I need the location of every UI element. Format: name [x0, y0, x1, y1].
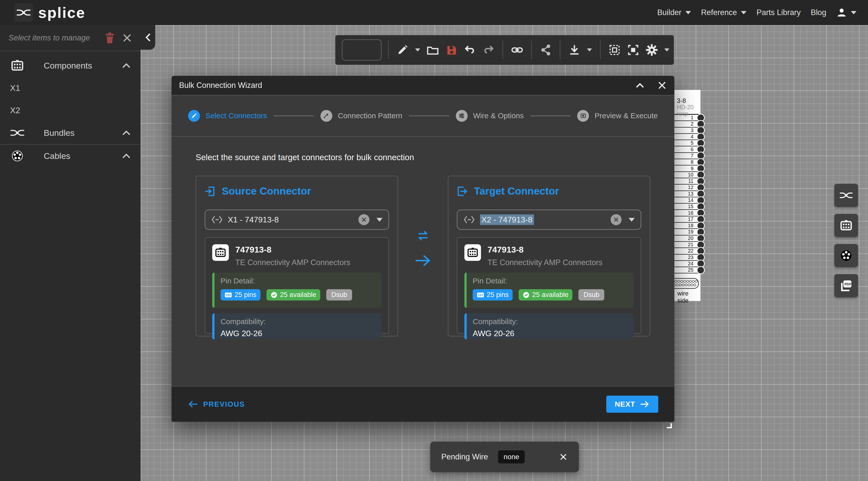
pin-number: 8: [691, 159, 693, 165]
close-sidebar-selection-button[interactable]: [122, 33, 132, 43]
share-icon: [541, 44, 551, 56]
person-icon: [836, 7, 847, 18]
redo-button[interactable]: [481, 39, 496, 61]
sidebar-section-bundles[interactable]: Bundles: [0, 122, 141, 144]
type-label: Dsub: [331, 291, 347, 299]
sidebar-section-components[interactable]: Components: [0, 54, 141, 77]
wizard-stepper: Select Connectors Connection Pattern: [172, 95, 674, 136]
step-preview-execute[interactable]: Preview & Execute: [577, 110, 658, 122]
clear-source-button[interactable]: [359, 214, 369, 225]
edit-tool-button[interactable]: [395, 39, 410, 61]
compatibility-box: Compatibility: AWG 20-26: [464, 313, 634, 340]
chevron-up-icon[interactable]: [122, 153, 131, 159]
next-button[interactable]: NEXT: [606, 396, 658, 413]
pin-row: 19: [674, 229, 701, 235]
clear-target-button[interactable]: [611, 214, 622, 225]
settings-button[interactable]: [644, 39, 659, 61]
type-label: Dsub: [583, 291, 599, 299]
nav-reference[interactable]: Reference: [701, 8, 746, 17]
sidebar-item-x2[interactable]: X2: [0, 99, 141, 122]
source-connector-card: Source Connector X1 - 747913-8: [196, 176, 398, 336]
nav-parts-library[interactable]: Parts Library: [756, 8, 801, 17]
compatibility-box: Compatibility: AWG 20-26: [212, 313, 381, 340]
add-connector-button[interactable]: [834, 214, 858, 237]
target-exit-icon: [457, 186, 468, 197]
edit-tool-caret[interactable]: [415, 49, 420, 52]
nav-blog-label: Blog: [811, 8, 826, 17]
export-pdf-button[interactable]: PDF: [834, 274, 858, 297]
part-number: 747913-8: [488, 245, 602, 255]
pin-row: 10: [674, 172, 701, 178]
redo-icon: [483, 45, 494, 55]
splice-icon: [10, 128, 25, 137]
splice-logo-icon: [17, 8, 31, 17]
direction-indicator-column: [398, 176, 448, 336]
close-toast-button[interactable]: [559, 452, 568, 461]
harness-name-input[interactable]: [342, 39, 381, 61]
download-button[interactable]: [567, 39, 582, 61]
sidebar-section-cables[interactable]: Cables: [0, 145, 141, 167]
pin-row: 21: [674, 242, 701, 248]
chevron-down-icon: [376, 218, 382, 222]
download-caret[interactable]: [587, 49, 592, 52]
item-label: X1: [10, 83, 20, 93]
available-label: 25 available: [280, 291, 316, 299]
pin-dot: [698, 210, 704, 216]
app-root: 3-8 HD-20 recp. 123456789101112131415161…: [0, 0, 868, 481]
pins-count-badge: 123 25 pins: [473, 289, 513, 300]
pending-wire-toast: Pending Wire none: [430, 442, 579, 472]
main-nav: Builder Reference Parts Library Blog: [657, 7, 857, 18]
add-cable-button[interactable]: [834, 244, 858, 267]
pin-detail-label: Pin Detail:: [220, 277, 375, 285]
collapse-modal-button[interactable]: [636, 83, 644, 88]
chevron-up-icon[interactable]: [122, 130, 131, 135]
source-heading: Source Connector: [205, 185, 389, 197]
pin-dot: [698, 115, 704, 121]
nav-blog[interactable]: Blog: [811, 8, 826, 17]
delete-selected-button[interactable]: [105, 32, 115, 43]
pin-row: 20: [674, 235, 701, 242]
selected-text-highlight: X2 - 747913-8: [480, 214, 534, 225]
chevron-up-icon[interactable]: [122, 63, 131, 68]
pin-number: 16: [688, 210, 693, 216]
link-button[interactable]: [509, 39, 525, 61]
sidebar-placeholder-text: Select items to manage: [8, 33, 97, 42]
pin-number: 25: [688, 267, 693, 273]
undo-button[interactable]: [462, 39, 477, 61]
modal-resize-handle[interactable]: [667, 423, 672, 428]
pin-dot: [698, 121, 704, 127]
step-wire-options[interactable]: Wire & Options: [456, 110, 524, 122]
type-badge: Dsub: [326, 289, 352, 300]
pins-count-label: 25 pins: [235, 291, 256, 299]
target-connector-select[interactable]: X2 - 747913-8: [457, 210, 641, 230]
select-region-button[interactable]: [607, 39, 622, 61]
connector-selection-row: Source Connector X1 - 747913-8: [196, 176, 650, 336]
pin-dot: [698, 216, 704, 222]
previous-button[interactable]: PREVIOUS: [188, 400, 245, 409]
pin-number: 3: [691, 128, 693, 133]
swap-connectors-button[interactable]: [416, 230, 430, 242]
pin-detail-label: Pin Detail:: [473, 277, 628, 285]
account-menu[interactable]: [836, 7, 857, 18]
nav-reference-label: Reference: [701, 8, 737, 17]
open-project-button[interactable]: [425, 39, 440, 61]
step-select-connectors[interactable]: Select Connectors: [188, 110, 267, 122]
close-modal-button[interactable]: [657, 81, 667, 90]
modal-titlebar[interactable]: Bulk Connection Wizard: [172, 76, 674, 95]
brand-name[interactable]: splice: [38, 4, 85, 21]
share-button[interactable]: [538, 39, 553, 61]
fit-view-button[interactable]: [626, 39, 641, 61]
add-splice-button[interactable]: [834, 184, 858, 207]
type-badge: Dsub: [579, 289, 604, 300]
pencil-icon: [188, 110, 200, 122]
source-connector-select[interactable]: X1 - 747913-8: [205, 210, 389, 230]
save-button[interactable]: [444, 39, 459, 61]
sidebar-collapse-button[interactable]: [141, 25, 155, 50]
nav-builder[interactable]: Builder: [657, 8, 691, 17]
brand-logo[interactable]: [14, 3, 33, 22]
available-badge: 25 available: [519, 289, 572, 300]
settings-caret[interactable]: [664, 49, 669, 52]
step-connection-pattern[interactable]: Connection Pattern: [320, 110, 402, 122]
sidebar-item-x1[interactable]: X1: [0, 77, 141, 99]
pin-number: 23: [688, 255, 693, 260]
